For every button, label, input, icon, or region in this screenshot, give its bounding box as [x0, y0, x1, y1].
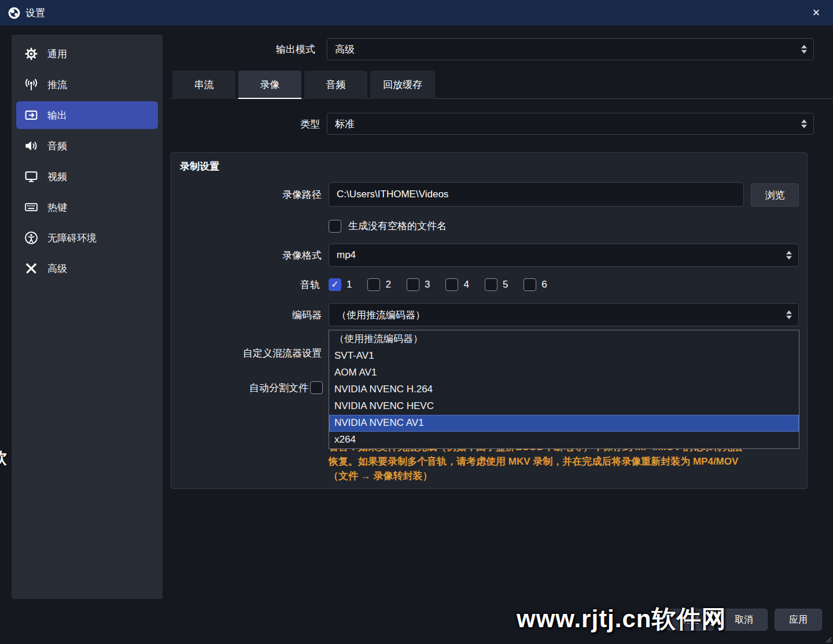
encoder-value: （使用推流编码器）: [337, 308, 425, 322]
speaker-icon: [25, 139, 38, 152]
audio-track-label: 音轨: [174, 279, 320, 291]
spinner-icon: [801, 45, 807, 54]
type-label: 类型: [174, 118, 320, 130]
resize-grip[interactable]: [825, 636, 832, 643]
browse-button[interactable]: 浏览: [751, 183, 799, 207]
sidebar-item-label: 推流: [47, 78, 67, 91]
track-4-checkbox[interactable]: ✓: [445, 278, 458, 291]
sidebar: 通用 推流 输出 音频 视频: [12, 35, 163, 599]
track-5-label: 5: [503, 279, 508, 290]
broadcast-icon: [25, 78, 38, 91]
track-3-group: ✓ 3: [407, 278, 430, 291]
apply-button[interactable]: 应用: [775, 609, 822, 631]
recording-path-input[interactable]: [329, 182, 744, 207]
tab-recording[interactable]: 录像: [238, 71, 301, 99]
check-icon: ✓: [331, 280, 338, 289]
encoder-option-label: x264: [334, 434, 356, 446]
no-space-label: 生成没有空格的文件名: [348, 219, 447, 233]
sidebar-item-accessibility[interactable]: 无障碍环境: [16, 224, 158, 252]
track-2-group: ✓ 2: [367, 278, 390, 291]
encoder-option-label: NVIDIA NVENC AV1: [334, 417, 424, 429]
split-file-checkbox[interactable]: ✓: [310, 381, 323, 394]
recording-format-label: 录像格式: [174, 249, 322, 262]
encoder-option-aom-av1[interactable]: AOM AV1: [329, 364, 799, 381]
encoder-option-label: AOM AV1: [334, 367, 377, 378]
accessibility-icon: [25, 231, 38, 244]
sidebar-item-audio[interactable]: 音频: [16, 132, 158, 160]
close-button[interactable]: ×: [808, 5, 825, 21]
spinner-icon: [801, 120, 807, 128]
recording-format-select[interactable]: mp4: [329, 244, 799, 267]
encoder-select[interactable]: （使用推流编码器）: [329, 303, 799, 326]
recording-path-label: 录像路径: [174, 189, 322, 201]
encoder-option-nvenc-h264[interactable]: NVIDIA NVENC H.264: [329, 381, 799, 398]
sidebar-item-label: 高级: [47, 262, 67, 275]
sidebar-item-general[interactable]: 通用: [16, 40, 158, 68]
track-4-label: 4: [463, 279, 469, 290]
audio-track-row: ✓ 1 ✓ 2 ✓ 3 ✓ 4 ✓ 5 ✓ 6: [329, 278, 556, 291]
tools-icon: [25, 262, 38, 275]
settings-window: 设置 × 通用 推流 输出 音频: [0, 0, 833, 644]
split-file-label: 自动分割文件: [174, 382, 308, 394]
sidebar-item-output[interactable]: 输出: [16, 101, 158, 129]
encoder-option-svt-av1[interactable]: SVT-AV1: [329, 347, 799, 364]
watermark-fragment: 软: [0, 448, 7, 469]
sidebar-item-advanced[interactable]: 高级: [16, 255, 158, 282]
sidebar-item-label: 音频: [47, 139, 67, 153]
encoder-option-label: NVIDIA NVENC HEVC: [334, 400, 434, 412]
track-2-label: 2: [385, 279, 390, 290]
track-6-checkbox[interactable]: ✓: [524, 278, 536, 291]
keyboard-icon: [25, 201, 38, 214]
track-4-group: ✓ 4: [445, 278, 469, 291]
type-select[interactable]: 标准: [327, 113, 814, 135]
window-title: 设置: [25, 6, 45, 20]
no-space-checkbox[interactable]: ✓: [329, 220, 341, 233]
track-2-checkbox[interactable]: ✓: [367, 278, 380, 291]
tab-label: 录像: [260, 78, 280, 91]
encoder-option-label: SVT-AV1: [334, 350, 374, 362]
monitor-icon: [25, 170, 38, 183]
track-3-label: 3: [425, 279, 430, 290]
encoder-option-nvenc-hevc[interactable]: NVIDIA NVENC HEVC: [329, 398, 799, 415]
tab-replay-buffer[interactable]: 回放缓存: [370, 71, 435, 99]
track-1-label: 1: [347, 279, 352, 290]
sidebar-item-video[interactable]: 视频: [16, 163, 158, 190]
encoder-option-label: NVIDIA NVENC H.264: [334, 384, 433, 395]
spinner-icon: [786, 251, 792, 260]
output-mode-value: 高级: [335, 43, 355, 56]
recording-format-value: mp4: [337, 249, 356, 261]
track-6-group: ✓ 6: [524, 278, 547, 291]
encoder-option-nvenc-av1[interactable]: NVIDIA NVENC AV1: [329, 415, 799, 432]
tab-label: 串流: [194, 78, 214, 91]
encoder-option-x264[interactable]: x264: [329, 432, 799, 448]
recording-settings-title: 录制设置: [180, 160, 219, 173]
track-5-checkbox[interactable]: ✓: [485, 278, 497, 291]
output-mode-select[interactable]: 高级: [327, 38, 814, 60]
track-3-checkbox[interactable]: ✓: [407, 278, 419, 291]
sidebar-item-label: 无障碍环境: [47, 231, 97, 245]
sidebar-item-label: 视频: [47, 170, 67, 183]
ok-button[interactable]: 确定: [666, 609, 714, 631]
warning-line-2: 恢复。如果要录制多个音轨，请考虑使用 MKV 录制，并在完成后将录像重新封装为 …: [329, 454, 798, 469]
spinner-icon: [786, 311, 792, 319]
cancel-button[interactable]: 取消: [720, 609, 768, 631]
sidebar-item-hotkeys[interactable]: 热键: [16, 193, 158, 221]
track-1-group: ✓ 1: [329, 278, 352, 291]
sidebar-item-label: 输出: [47, 109, 67, 122]
no-space-row: ✓ 生成没有空格的文件名: [329, 219, 447, 233]
encoder-dropdown-list: （使用推流编码器） SVT-AV1 AOM AV1 NVIDIA NVENC H…: [329, 330, 799, 449]
sidebar-item-stream[interactable]: 推流: [16, 71, 158, 98]
custom-muxer-label: 自定义混流器设置: [174, 347, 322, 359]
encoder-option-use-stream-encoder[interactable]: （使用推流编码器）: [329, 330, 799, 347]
track-6-label: 6: [541, 279, 547, 290]
obs-logo-icon: [8, 7, 20, 19]
sidebar-item-label: 通用: [47, 47, 67, 61]
gear-icon: [25, 47, 38, 60]
titlebar[interactable]: 设置 ×: [0, 0, 833, 25]
tab-audio[interactable]: 音频: [304, 71, 367, 99]
track-1-checkbox[interactable]: ✓: [329, 278, 341, 291]
tab-streaming[interactable]: 串流: [172, 71, 235, 99]
output-tabs: 串流 录像 音频 回放缓存: [172, 71, 435, 99]
output-mode-label: 输出模式: [174, 43, 315, 56]
tab-label: 音频: [326, 78, 346, 91]
